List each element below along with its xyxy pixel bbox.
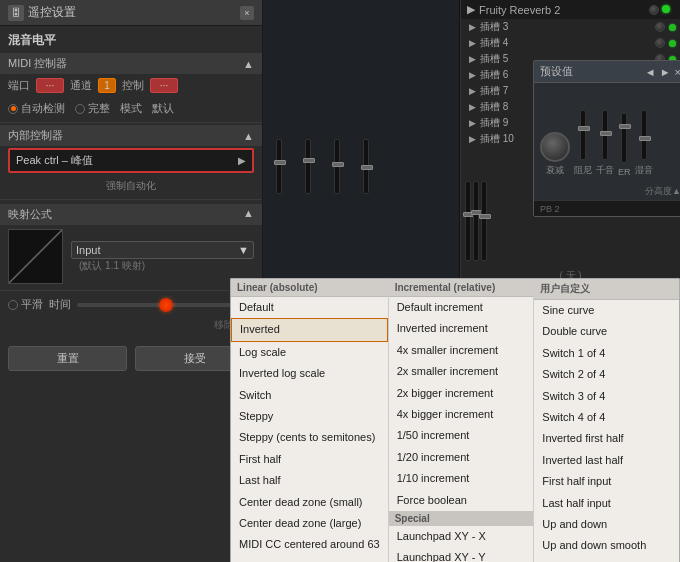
dropdown-item-inverted[interactable]: Inverted <box>231 318 388 341</box>
mapping-label: 映射公式 <box>8 207 52 222</box>
close-button[interactable]: × <box>240 6 254 20</box>
dropdown-item-double-curve[interactable]: Double curve <box>534 321 679 342</box>
preset-header: 预设值 ◄ ► × <box>534 61 680 83</box>
dropdown-item-launchpad-y[interactable]: Launchpad XY - Y <box>389 547 534 562</box>
preset-nav-left[interactable]: ◄ <box>645 66 656 78</box>
track-knob-4[interactable] <box>655 38 665 48</box>
dropdown-col-linear: Linear (absolute) Default Inverted Log s… <box>231 279 389 562</box>
dropdown-item-inv-inc[interactable]: Inverted increment <box>389 318 534 339</box>
peak-ctrl-box[interactable]: Peak ctrl – 峰值 ▶ <box>8 148 254 173</box>
dropdown-item-switch-3-4[interactable]: Switch 3 of 4 <box>534 386 679 407</box>
fader-2[interactable] <box>305 139 311 194</box>
dropdown-item-1-50[interactable]: 1/50 increment <box>389 425 534 446</box>
dropdown-item-last-half[interactable]: Last half <box>231 470 388 491</box>
dropdown-item-inv-first-half[interactable]: Inverted first half <box>534 428 679 449</box>
fader-handle-2[interactable] <box>303 158 315 163</box>
force-auto-row: 强制自动化 <box>0 175 262 197</box>
preset-fader-handle-5[interactable] <box>639 136 651 141</box>
dropdown-item-default-inc[interactable]: Default increment <box>389 297 534 318</box>
fader-handle-3[interactable] <box>332 162 344 167</box>
dropdown-item-center-dead-small[interactable]: Center dead zone (small) <box>231 492 388 513</box>
auto-detect-label: 自动检测 <box>21 101 65 116</box>
midi-section-header: MIDI 控制器 ▲ <box>0 53 262 74</box>
preset-fader-2: 阻尼 <box>574 108 592 177</box>
right-fader-handle-3[interactable] <box>479 214 491 219</box>
input-dropdown[interactable]: Input ▼ <box>71 241 254 259</box>
dropdown-item-switch[interactable]: Switch <box>231 385 388 406</box>
dropdown-item-switch-2-4[interactable]: Switch 2 of 4 <box>534 364 679 385</box>
radio-complete[interactable]: 完整 <box>75 101 110 116</box>
plugin-knob-1[interactable] <box>649 5 659 15</box>
dropdown-item-center-dead-large[interactable]: Center dead zone (large) <box>231 513 388 534</box>
radio-auto-detect[interactable]: 自动检测 <box>8 101 65 116</box>
dropdown-item-1-20[interactable]: 1/20 increment <box>389 447 534 468</box>
time-label: 时间 <box>49 297 71 312</box>
dropdown-item-4x-bigger[interactable]: 4x bigger increment <box>389 404 534 425</box>
preset-fader-track-4[interactable] <box>621 113 627 163</box>
right-fader-1[interactable] <box>465 181 471 261</box>
fader-1[interactable] <box>276 139 282 194</box>
smooth-radio[interactable]: 平滑 <box>8 297 43 312</box>
dropdown-item-inv-log-scale[interactable]: Inverted log scale <box>231 363 388 384</box>
port-button[interactable]: ··· <box>36 78 64 93</box>
smooth-row: 平滑 时间 <box>0 293 262 316</box>
dropdown-item-launchpad-x[interactable]: Launchpad XY - X <box>389 526 534 547</box>
control-panel: 🎛 遥控设置 × 混音电平 MIDI 控制器 ▲ 端口 ··· 通道 1 控制 … <box>0 0 263 562</box>
time-slider-track[interactable] <box>77 303 254 307</box>
channel-button[interactable]: 1 <box>98 78 116 93</box>
force-auto-label: 强制自动化 <box>106 180 156 191</box>
dropdown-item-steppy-cents[interactable]: Steppy (cents to semitones) <box>231 427 388 448</box>
preset-fader-track-3[interactable] <box>602 110 608 160</box>
track-knob-3[interactable] <box>655 22 665 32</box>
fader-label-2: 阻尼 <box>574 164 592 177</box>
preset-fader-handle-2[interactable] <box>578 126 590 131</box>
dropdown-item-sine-curve[interactable]: Sine curve <box>534 300 679 321</box>
right-fader-2[interactable] <box>473 181 479 261</box>
dropdown-item-inv-last-half[interactable]: Inverted last half <box>534 450 679 471</box>
radio-group: 自动检测 完整 模式 默认 <box>0 97 262 120</box>
control-button[interactable]: ··· <box>150 78 178 93</box>
fader-4[interactable] <box>363 139 369 194</box>
time-slider-thumb[interactable] <box>159 298 173 312</box>
preset-plugin-label-row: PB 2 <box>534 200 680 216</box>
knob-1[interactable] <box>540 132 570 162</box>
dropdown-item-1-10[interactable]: 1/10 increment <box>389 468 534 489</box>
dropdown-item-midi-cc-63[interactable]: MIDI CC centered around 63 <box>231 534 388 555</box>
preset-fader-handle-4[interactable] <box>619 124 631 129</box>
track-expand-4: ▶ <box>469 38 476 48</box>
preset-fader-track-5[interactable] <box>641 110 647 160</box>
dropdown-item-switch-1-4[interactable]: Switch 1 of 4 <box>534 343 679 364</box>
track-row-4[interactable]: ▶ 插槽 4 <box>461 35 680 51</box>
dropdown-item-2x-bigger[interactable]: 2x bigger increment <box>389 383 534 404</box>
dropdown-item-force-bool[interactable]: Force boolean <box>389 490 534 511</box>
dropdown-item-steppy[interactable]: Steppy <box>231 406 388 427</box>
mapping-header: 映射公式 ▲ <box>0 204 262 225</box>
panel-title: 遥控设置 <box>28 4 76 21</box>
dropdown-item-first-half[interactable]: First half <box>231 449 388 470</box>
dropdown-item-default[interactable]: Default <box>231 297 388 318</box>
channel-strip-1 <box>265 137 293 196</box>
fader-handle-4[interactable] <box>361 165 373 170</box>
preset-close-button[interactable]: × <box>675 66 680 78</box>
dropdown-item-4x-smaller[interactable]: 4x smaller increment <box>389 340 534 361</box>
preset-fader-handle-3[interactable] <box>600 131 612 136</box>
preset-fader-track-2[interactable] <box>580 110 586 160</box>
reset-button[interactable]: 重置 <box>8 346 127 371</box>
midi-expand-icon: ▲ <box>243 58 254 70</box>
svg-line-0 <box>9 230 62 283</box>
right-fader-3[interactable] <box>481 181 487 261</box>
fader-3[interactable] <box>334 139 340 194</box>
preset-popup: 预设值 ◄ ► × 衰减 阻尼 <box>533 60 680 217</box>
preset-nav-right[interactable]: ► <box>660 66 671 78</box>
dropdown-item-up-down[interactable]: Up and down <box>534 514 679 535</box>
fader-handle-1[interactable] <box>274 160 286 165</box>
dropdown-item-midi-cc-64[interactable]: MIDI CC centered around 64 <box>231 556 388 562</box>
dropdown-item-first-half-input[interactable]: First half input <box>534 471 679 492</box>
control-label: 控制 <box>122 78 144 93</box>
dropdown-item-switch-4-4[interactable]: Switch 4 of 4 <box>534 407 679 428</box>
track-row-3[interactable]: ▶ 插槽 3 <box>461 19 680 35</box>
dropdown-item-last-half-input[interactable]: Last half input <box>534 493 679 514</box>
dropdown-item-up-down-smooth[interactable]: Up and down smooth <box>534 535 679 556</box>
dropdown-item-log-scale[interactable]: Log scale <box>231 342 388 363</box>
dropdown-item-2x-smaller[interactable]: 2x smaller increment <box>389 361 534 382</box>
